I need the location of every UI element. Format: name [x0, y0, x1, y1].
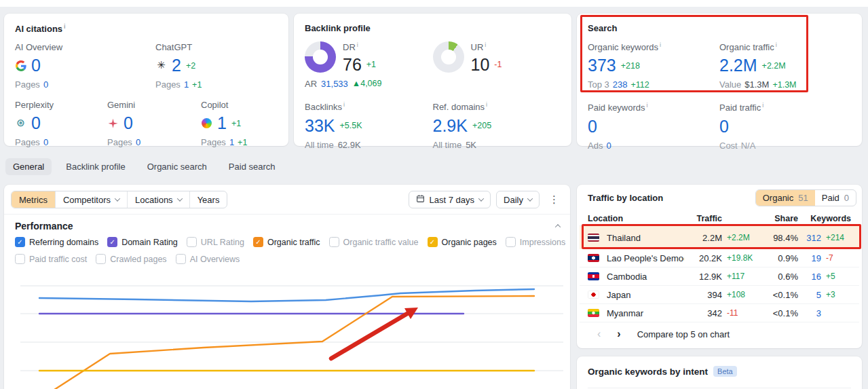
metric-checkbox-organic-pages[interactable]: ✓Organic pages — [428, 237, 497, 247]
ai-metric-chatgpt: ChatGPT ✳ 2 +2 Pages1+1 — [155, 42, 202, 90]
toggle-paid[interactable]: Paid0 — [815, 190, 856, 206]
keywords-link[interactable]: 3 — [798, 308, 821, 318]
metric-value: 2 — [172, 57, 181, 74]
ref-domains-block: Ref. domainsi 2.9K +205 All time5K — [433, 101, 561, 149]
segment-competitors[interactable]: Competitors — [56, 191, 128, 208]
next-page-icon[interactable]: › — [617, 329, 620, 339]
location-row-thailand[interactable]: Thailand2.2M+2.2M98.4%312+214 — [580, 226, 859, 249]
view-segmented-control: MetricsCompetitorsLocationsYears — [11, 191, 227, 208]
beta-badge: Beta — [713, 366, 737, 377]
metric-checkbox-impressions[interactable]: Impressions — [506, 237, 565, 247]
ai-metric-perplexity: Perplexity ⊛ 0 Pages0 — [15, 100, 107, 147]
ai-metric-copilot: Copilot 1 +1 Pages1+1 — [201, 100, 247, 147]
cost-line: CostN/A — [719, 141, 851, 151]
alltime-line: All time5K — [433, 140, 561, 150]
performance-chart[interactable] — [4, 269, 570, 389]
metric-checkbox-ai-overviews[interactable]: AI Overviews — [176, 254, 240, 264]
organic-traffic-block: Organic traffici 2.2M +2.2M Value$1.3M+1… — [719, 41, 851, 90]
column-share[interactable]: Share — [759, 214, 798, 223]
keywords-link[interactable]: 5 — [798, 290, 821, 300]
paid-keywords-value[interactable]: 0 — [588, 118, 597, 135]
location-row-lao-people-s-democratic-reput[interactable]: Lao People's Democratic Reput20.2K+19.8K… — [580, 249, 859, 267]
segment-metrics[interactable]: Metrics — [12, 191, 56, 208]
checkbox-icon: ✓ — [107, 237, 117, 247]
tab-backlink-profile[interactable]: Backlink profile — [58, 158, 132, 175]
pages-line: Pages1+1 — [201, 137, 247, 147]
info-icon[interactable]: i — [660, 41, 661, 48]
organic-keywords-value[interactable]: 373 — [588, 57, 616, 74]
segment-locations[interactable]: Locations — [128, 191, 190, 208]
metric-checkbox-organic-traffic[interactable]: ✓Organic traffic — [253, 237, 320, 247]
laos-flag-icon — [588, 254, 599, 262]
traffic-value: 342 — [684, 308, 722, 318]
metric-label: AI Overview — [15, 42, 155, 52]
metric-checkbox-url-rating[interactable]: URL Rating — [187, 237, 244, 247]
dr-donut-chart — [305, 41, 336, 73]
ur-block: URi 10 -1 — [433, 41, 561, 89]
info-icon[interactable]: i — [762, 102, 763, 109]
metric-checkbox-organic-traffic-value[interactable]: Organic traffic value — [329, 237, 419, 247]
dr-delta: +1 — [366, 60, 376, 69]
segment-years[interactable]: Years — [190, 191, 227, 208]
granularity-button[interactable]: Daily — [496, 191, 540, 208]
ar-line: AR31,533▲4,069 — [305, 79, 433, 89]
location-row-myanmar[interactable]: Myanmar342-11<0.1%3 — [580, 304, 859, 322]
checkbox-icon — [176, 254, 186, 264]
myanmar-flag-icon — [588, 309, 599, 317]
info-icon[interactable]: i — [357, 41, 358, 48]
info-icon[interactable]: i — [776, 41, 777, 48]
backlinks-value[interactable]: 33K — [305, 117, 335, 134]
info-icon[interactable]: i — [647, 102, 648, 109]
location-name: Cambodia — [605, 272, 684, 282]
keywords-link[interactable]: 312 — [798, 233, 821, 243]
ur-value: 10 — [471, 56, 490, 73]
calendar-icon — [416, 194, 425, 205]
pages-line: Pages1+1 — [155, 79, 202, 90]
column-keywords[interactable]: Keywords — [798, 214, 851, 223]
traffic-by-location-card: Traffic by location Organic51Paid0 Locat… — [577, 185, 862, 348]
checkbox-icon — [96, 254, 106, 264]
share-value: <0.1% — [759, 290, 798, 300]
location-name: Lao People's Democratic Reput — [605, 253, 684, 263]
metric-checkbox-domain-rating[interactable]: ✓Domain Rating — [107, 237, 178, 247]
tab-organic-search[interactable]: Organic search — [140, 158, 214, 175]
column-location[interactable]: Location — [588, 214, 684, 223]
metric-checkbox-crawled-pages[interactable]: Crawled pages — [96, 254, 166, 264]
metric-label: Copilot — [201, 100, 247, 110]
tab-paid-search[interactable]: Paid search — [221, 158, 283, 175]
organic-traffic-value[interactable]: 2.2M — [719, 57, 757, 74]
chart-toolbar: MetricsCompetitorsLocationsYears Last 7 … — [11, 191, 563, 208]
chevron-down-icon — [478, 196, 484, 201]
location-row-cambodia[interactable]: Cambodia12.9K+1170.6%16+5 — [580, 267, 859, 286]
keywords-delta: -7 — [821, 253, 851, 263]
metric-label: URi — [471, 41, 502, 52]
info-icon[interactable]: i — [485, 41, 486, 48]
metric-checkbox-referring-domains[interactable]: ✓Referring domains — [15, 237, 98, 247]
paid-traffic-value[interactable]: 0 — [719, 118, 729, 135]
keywords-link[interactable]: 19 — [798, 253, 821, 263]
ref-domains-value[interactable]: 2.9K — [433, 117, 468, 134]
date-range-button[interactable]: Last 7 days — [409, 191, 491, 208]
info-icon[interactable]: i — [64, 23, 66, 30]
organic-keywords-block: Organic keywordsi 373 +218 Top 3238+112 — [588, 41, 719, 90]
paid-traffic-block: Paid traffici 0 CostN/A — [719, 102, 851, 150]
previous-page-icon[interactable]: ‹ — [597, 329, 601, 339]
previous-cards-edge — [0, 0, 868, 7]
compare-top5-link[interactable]: Compare top 5 on chart — [637, 329, 730, 339]
toggle-organic[interactable]: Organic51 — [756, 190, 815, 206]
metric-label: Paid keywordsi — [588, 102, 719, 113]
granularity-label: Daily — [504, 195, 523, 205]
metric-checkbox-group: ✓Referring domains✓Domain RatingURL Rati… — [15, 237, 565, 271]
ads-line: Ads0 — [588, 141, 719, 151]
info-icon[interactable]: i — [486, 101, 487, 108]
tab-general[interactable]: General — [5, 158, 52, 175]
info-icon[interactable]: i — [343, 101, 345, 108]
collapse-chevron-icon[interactable] — [555, 224, 561, 229]
location-row-japan[interactable]: Japan394+108<0.1%5+3 — [580, 286, 859, 304]
metric-checkbox-paid-traffic-cost[interactable]: Paid traffic cost — [15, 254, 87, 264]
thailand-flag-icon — [588, 234, 599, 242]
keywords-link[interactable]: 16 — [798, 272, 821, 282]
column-traffic[interactable]: Traffic — [684, 214, 722, 223]
traffic-delta: +2.2M — [722, 233, 759, 242]
more-options-icon[interactable]: ⋮ — [545, 193, 563, 206]
